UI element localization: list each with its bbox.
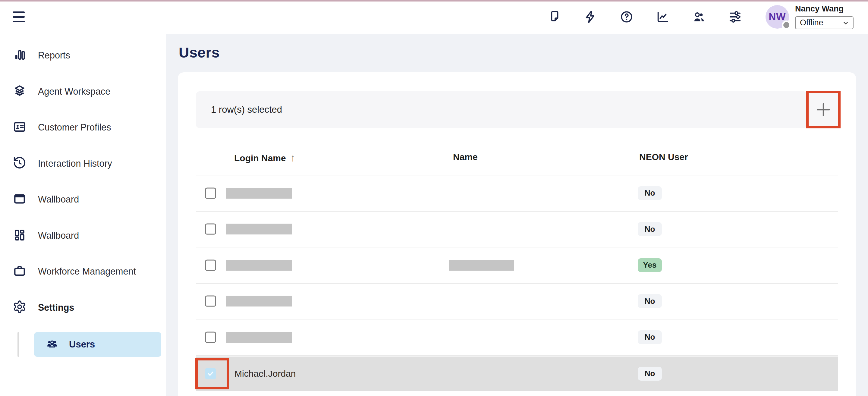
user-name: Nancy Wang	[795, 4, 854, 13]
table-row[interactable]: No	[196, 319, 838, 356]
users-group-icon	[45, 337, 59, 352]
sidebar-item-label: Wallboard	[38, 194, 79, 205]
users-card: 1 row(s) selected Login Name↑ Name NEON …	[178, 72, 856, 396]
status-select[interactable]: Offline	[795, 16, 854, 29]
plus-icon	[815, 101, 832, 118]
sidebar-item-customer-profiles[interactable]: Customer Profiles	[0, 110, 166, 146]
column-header-name[interactable]: Name	[453, 152, 478, 162]
sub-item-indent-line	[18, 332, 19, 357]
sidebar-item-wallboard[interactable]: Wallboard	[0, 181, 166, 218]
table-row[interactable]: Michael.JordanNo	[196, 357, 838, 391]
table-row[interactable]: No	[196, 175, 838, 212]
history-icon	[13, 156, 27, 171]
page-title: Users	[179, 44, 220, 61]
topbar: NW Nancy Wang Offline	[0, 0, 868, 34]
reports-icon	[13, 48, 27, 63]
add-user-button[interactable]	[806, 91, 841, 128]
row-checkbox[interactable]	[205, 187, 216, 199]
grid-icon	[13, 228, 27, 243]
sidebar-item-workforce-management[interactable]: Workforce Management	[0, 253, 166, 290]
help-icon[interactable]	[620, 10, 633, 24]
sidebar-item-label: Agent Workspace	[38, 86, 110, 97]
sidebar-item-label: Users	[69, 339, 95, 350]
status-dot	[782, 21, 791, 30]
row-checkbox[interactable]	[205, 224, 216, 235]
row-checkbox[interactable]	[205, 332, 216, 343]
sidebar-item-wallboard[interactable]: Wallboard	[0, 218, 166, 254]
login-name-text: Michael.Jordan	[235, 369, 296, 379]
sidebar-item-interaction-history[interactable]: Interaction History	[0, 146, 166, 182]
neon-user-badge: No	[638, 222, 662, 236]
redacted-login-bar	[226, 296, 292, 306]
lightning-icon[interactable]	[584, 10, 597, 24]
sidebar-item-settings[interactable]: Settings	[0, 290, 166, 326]
sidebar-item-label: Reports	[38, 50, 70, 61]
sidebar-item-reports[interactable]: Reports	[0, 37, 166, 73]
sidebar-item-label: Settings	[38, 302, 74, 313]
redacted-login-bar	[226, 188, 292, 199]
selection-bar: 1 row(s) selected	[196, 91, 807, 128]
hamburger-menu-icon[interactable]	[13, 10, 25, 24]
chevron-down-icon	[842, 19, 849, 27]
topbar-icon-group	[547, 0, 742, 34]
sidebar-item-agent-workspace[interactable]: Agent Workspace	[0, 73, 166, 110]
sidebar: ReportsAgent WorkspaceCustomer ProfilesI…	[0, 34, 166, 396]
notes-icon[interactable]	[547, 10, 561, 24]
sidebar-item-label: Wallboard	[38, 230, 79, 241]
sidebar-item-users[interactable]: Users	[34, 332, 161, 357]
preferences-icon[interactable]	[728, 10, 742, 24]
redacted-login-bar	[226, 260, 292, 271]
top-accent-strip	[0, 0, 868, 1]
table-row[interactable]: No	[196, 212, 838, 248]
layers-icon	[13, 84, 27, 99]
sidebar-item-label: Interaction History	[38, 158, 112, 169]
gear-icon	[13, 300, 27, 315]
users-table: Login Name↑ Name NEON User NoNoYesNoNoMi…	[196, 138, 838, 391]
neon-user-badge: No	[638, 367, 662, 380]
sidebar-item-label: Customer Profiles	[38, 122, 111, 132]
neon-user-badge: No	[638, 294, 662, 308]
id-card-icon	[13, 120, 27, 135]
analytics-icon[interactable]	[656, 10, 670, 24]
briefcase-icon	[13, 264, 27, 279]
status-select-value: Offline	[800, 18, 824, 27]
sort-ascending-icon[interactable]: ↑	[290, 152, 296, 163]
avatar[interactable]: NW	[766, 5, 789, 29]
contacts-icon[interactable]	[692, 10, 706, 24]
selection-count-text: 1 row(s) selected	[211, 104, 282, 115]
user-block: Nancy Wang Offline	[795, 4, 854, 29]
table-row[interactable]: No	[196, 283, 838, 320]
redacted-name-bar	[449, 260, 514, 271]
table-header: Login Name↑ Name NEON User	[196, 138, 838, 175]
column-header-login-name[interactable]: Login Name↑	[234, 152, 296, 164]
neon-user-badge: No	[638, 186, 662, 200]
neon-user-badge: No	[638, 330, 662, 344]
redacted-login-bar	[226, 332, 292, 343]
neon-user-badge: Yes	[638, 258, 662, 272]
redacted-login-bar	[226, 224, 292, 235]
row-checkbox[interactable]	[205, 260, 216, 271]
column-header-neon-user[interactable]: NEON User	[639, 152, 688, 162]
sidebar-item-label: Workforce Management	[38, 266, 136, 277]
avatar-initials: NW	[769, 11, 786, 23]
annotation-highlight-checkbox	[195, 358, 229, 389]
row-checkbox[interactable]	[205, 296, 216, 307]
window-icon	[13, 192, 27, 207]
table-row[interactable]: Yes	[196, 247, 838, 283]
